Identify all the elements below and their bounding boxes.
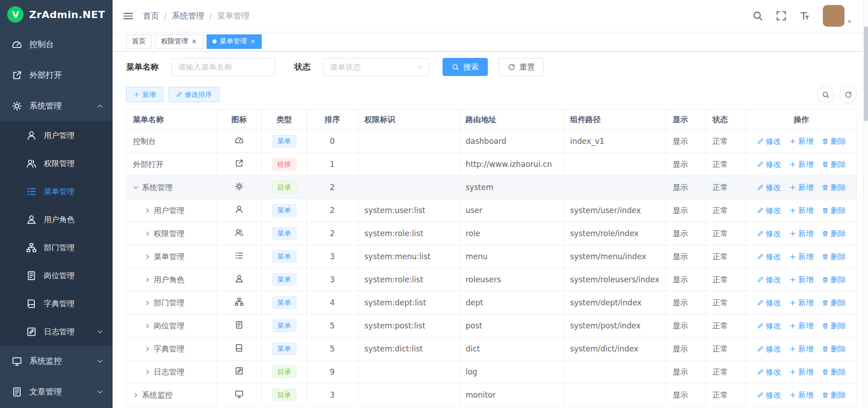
main-area: 首页/系统管理/菜单管理 首页权限管理菜单管理 菜单名称 状态 菜单状态 (113, 0, 868, 408)
plus-icon (789, 184, 796, 191)
row-delete-link[interactable]: 删除 (822, 367, 846, 377)
row-add-link[interactable]: 新增 (789, 251, 814, 262)
menu-name-label: 岗位管理 (154, 321, 184, 331)
sidebar-item-monitor[interactable]: 系统监控 (0, 346, 113, 376)
scrollbar-thumb[interactable] (864, 26, 868, 121)
row-add-link[interactable]: 新增 (789, 182, 814, 193)
row-edit-link[interactable]: 修改 (757, 182, 781, 193)
table-search-button[interactable] (817, 86, 834, 103)
row-edit-label: 修改 (766, 182, 781, 193)
sidebar-item-article[interactable]: 文章管理 (0, 376, 113, 407)
sidebar-item-dashboard[interactable]: 控制台 (0, 29, 113, 60)
row-add-link[interactable]: 新增 (789, 344, 814, 354)
page-scrollbar[interactable] (863, 0, 868, 408)
tab-首页[interactable]: 首页 (126, 34, 151, 49)
table-row[interactable]: 外部打开链接1http://www.izhaorui.cn显示正常修改新增删除 (127, 153, 857, 176)
row-add-link[interactable]: 新增 (789, 228, 814, 239)
filter-row: 菜单名称 状态 菜单状态 搜索 重置 (126, 58, 857, 76)
sidebar-item-menulist[interactable]: 菜单管理 (0, 177, 113, 205)
font-size-icon[interactable] (799, 10, 810, 21)
search-button[interactable]: 搜索 (443, 58, 488, 76)
row-add-link[interactable]: 新增 (789, 136, 814, 147)
row-edit-link[interactable]: 修改 (757, 298, 781, 308)
status-select[interactable]: 菜单状态 (323, 58, 429, 76)
row-add-link[interactable]: 新增 (789, 321, 814, 331)
app-logo[interactable]: V ZrAdmin.NET (0, 0, 113, 29)
table-row[interactable]: 岗位管理菜单5system:post:listpostsystem/post/i… (127, 314, 857, 337)
menu-name-label: 日志管理 (154, 367, 184, 377)
table-row[interactable]: 用户角色菜单3system:role:listroleuserssystem/r… (127, 268, 857, 291)
row-delete-link[interactable]: 删除 (822, 136, 846, 147)
sidebar-item-book[interactable]: 字典管理 (0, 289, 113, 318)
row-edit-link[interactable]: 修改 (757, 390, 781, 400)
row-edit-link[interactable]: 修改 (757, 251, 781, 262)
tab-权限管理[interactable]: 权限管理 (155, 34, 203, 49)
table-row[interactable]: 日志管理目录9log显示正常修改新增删除 (127, 361, 857, 384)
sidebar-item-badge[interactable]: 岗位管理 (0, 261, 113, 289)
row-edit-link[interactable]: 修改 (757, 321, 781, 331)
row-add-link[interactable]: 新增 (789, 367, 814, 377)
table-row[interactable]: 字典管理菜单5system:dict:listdictsystem/dict/i… (127, 337, 857, 361)
table-row[interactable]: 控制台菜单0dashboardindex_v1显示正常修改新增删除 (127, 130, 857, 153)
breadcrumb-item[interactable]: 首页 (143, 10, 159, 21)
sidebar-item-gear[interactable]: 系统管理 (0, 90, 113, 121)
row-edit-link[interactable]: 修改 (757, 228, 781, 239)
external-icon (235, 159, 244, 168)
sidebar-item-userrole[interactable]: 用户角色 (0, 205, 113, 233)
tab-菜单管理[interactable]: 菜单管理 (207, 34, 262, 49)
cell-order: 2 (307, 199, 358, 222)
sidebar-item-label: 用户管理 (44, 130, 75, 141)
table-row[interactable]: 菜单管理菜单3system:menu:listmenusystem/menu/i… (127, 245, 857, 268)
row-edit-link[interactable]: 修改 (757, 367, 781, 377)
row-delete-link[interactable]: 删除 (822, 298, 846, 308)
row-add-link[interactable]: 新增 (789, 205, 814, 216)
avatar-caret-icon[interactable] (846, 19, 853, 25)
table-refresh-button[interactable] (840, 86, 857, 103)
reset-button[interactable]: 重置 (499, 58, 544, 76)
add-button[interactable]: 新增 (126, 87, 163, 102)
row-delete-link[interactable]: 删除 (822, 275, 846, 285)
row-delete-link[interactable]: 删除 (822, 321, 846, 331)
row-delete-link[interactable]: 删除 (822, 251, 846, 262)
row-edit-link[interactable]: 修改 (757, 344, 781, 354)
row-add-label: 新增 (798, 182, 814, 193)
fullscreen-icon[interactable] (776, 10, 787, 21)
row-delete-link[interactable]: 删除 (822, 390, 846, 400)
sidebar-item-tree[interactable]: 部门管理 (0, 233, 113, 261)
cell-type: 目录 (262, 361, 307, 384)
table-row[interactable]: 系统管理目录2system显示正常修改新增删除 (127, 176, 857, 199)
breadcrumb-item[interactable]: 系统管理 (172, 10, 204, 21)
table-row[interactable]: 权限管理菜单2system:role:listrolesystem/role/i… (127, 222, 857, 245)
row-edit-link[interactable]: 修改 (757, 159, 781, 170)
sidebar-item-log[interactable]: 日志管理 (0, 318, 113, 346)
cell-visible: 显示 (666, 153, 706, 176)
header-search-icon[interactable] (752, 10, 763, 21)
table-row[interactable]: 系统监控目录3monitor显示正常修改新增删除 (127, 384, 857, 407)
row-edit-link[interactable]: 修改 (757, 275, 781, 285)
menu-name-input[interactable] (171, 58, 275, 76)
row-delete-link[interactable]: 删除 (822, 182, 846, 193)
row-edit-link[interactable]: 修改 (757, 205, 781, 216)
table-row[interactable]: 部门管理菜单4system:dept:listdeptsystem/dept/i… (127, 291, 857, 314)
sort-button[interactable]: 修改排序 (169, 87, 219, 102)
sidebar-item-users[interactable]: 权限管理 (0, 149, 113, 177)
row-add-link[interactable]: 新增 (789, 159, 814, 170)
row-add-link[interactable]: 新增 (789, 390, 814, 400)
cell-permission: system:user:list (358, 199, 459, 222)
cell-route: post (459, 314, 564, 337)
row-add-link[interactable]: 新增 (789, 275, 814, 285)
row-add-link[interactable]: 新增 (789, 298, 814, 308)
table-row[interactable]: 用户管理菜单2system:user:listusersystem/user/i… (127, 199, 857, 222)
user-avatar[interactable] (823, 5, 844, 27)
row-delete-link[interactable]: 删除 (822, 344, 846, 354)
row-edit-link[interactable]: 修改 (757, 136, 781, 147)
sidebar-item-external[interactable]: 外部打开 (0, 60, 113, 90)
row-delete-link[interactable]: 删除 (822, 228, 846, 239)
avatar-dropdown[interactable] (823, 5, 853, 27)
row-delete-link[interactable]: 删除 (822, 159, 846, 170)
sidebar-toggle-icon[interactable] (123, 10, 134, 22)
type-tag: 菜单 (272, 204, 297, 217)
row-delete-link[interactable]: 删除 (822, 205, 846, 216)
sidebar-item-user[interactable]: 用户管理 (0, 121, 113, 149)
cell-permission (358, 153, 459, 176)
